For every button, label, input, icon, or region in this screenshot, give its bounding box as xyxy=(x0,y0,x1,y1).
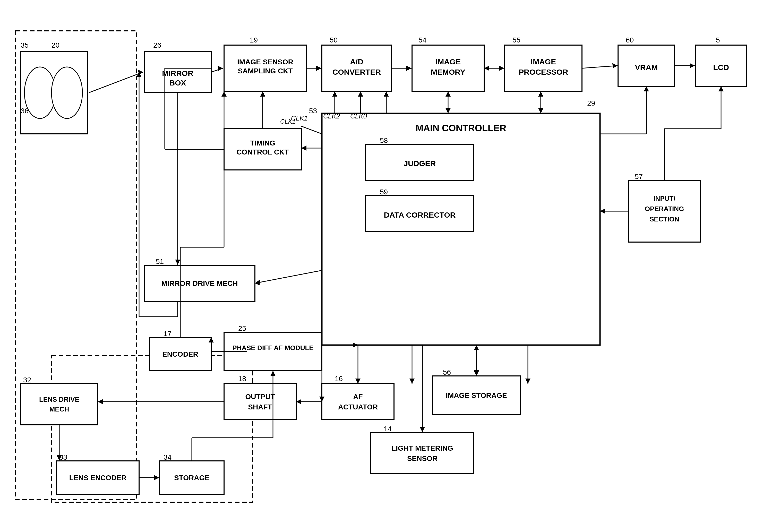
svg-text:INPUT/: INPUT/ xyxy=(653,195,675,202)
svg-text:IMAGE: IMAGE xyxy=(435,57,461,66)
svg-marker-151 xyxy=(154,475,159,480)
svg-text:PROCESSOR: PROCESSOR xyxy=(519,68,568,76)
svg-text:25: 25 xyxy=(238,324,246,332)
svg-text:34: 34 xyxy=(164,453,172,461)
svg-marker-111 xyxy=(538,91,543,97)
svg-marker-96 xyxy=(406,66,412,71)
svg-text:CLK1: CLK1 xyxy=(280,118,296,125)
svg-marker-101 xyxy=(612,63,618,68)
svg-marker-161 xyxy=(600,209,605,214)
svg-marker-126 xyxy=(255,279,260,285)
svg-text:36: 36 xyxy=(21,107,29,115)
svg-marker-116 xyxy=(358,91,363,97)
svg-line-125 xyxy=(255,270,322,283)
svg-text:LENS DRIVE: LENS DRIVE xyxy=(39,396,79,403)
svg-marker-179 xyxy=(384,91,389,97)
svg-marker-124 xyxy=(260,91,265,97)
svg-text:CONTROL CKT: CONTROL CKT xyxy=(236,148,289,156)
svg-text:26: 26 xyxy=(153,41,161,49)
svg-marker-171 xyxy=(525,379,530,384)
svg-text:35: 35 xyxy=(21,41,29,49)
svg-text:50: 50 xyxy=(330,36,338,44)
svg-marker-108 xyxy=(446,91,451,97)
svg-text:32: 32 xyxy=(23,376,31,384)
svg-text:OPERATING: OPERATING xyxy=(645,205,684,213)
svg-marker-138 xyxy=(296,399,301,404)
svg-text:SENSOR: SENSOR xyxy=(407,454,438,462)
svg-text:59: 59 xyxy=(380,188,388,196)
svg-text:IMAGE STORAGE: IMAGE STORAGE xyxy=(446,391,507,399)
svg-marker-103 xyxy=(690,63,695,68)
diagram-svg: MIRROR BOX IMAGE SENSOR SAMPLING CKT A/D… xyxy=(0,0,771,532)
svg-line-100 xyxy=(582,66,618,68)
svg-marker-175 xyxy=(474,371,479,376)
svg-text:LCD: LCD xyxy=(713,63,729,72)
svg-text:LIGHT METERING: LIGHT METERING xyxy=(391,444,453,452)
svg-point-3 xyxy=(24,67,55,118)
svg-marker-94 xyxy=(316,66,321,71)
svg-text:58: 58 xyxy=(380,136,388,144)
svg-text:60: 60 xyxy=(626,36,634,44)
svg-text:BOX: BOX xyxy=(169,79,186,87)
svg-text:AF: AF xyxy=(353,393,363,401)
svg-marker-147 xyxy=(221,91,227,97)
svg-marker-174 xyxy=(474,345,479,350)
svg-text:DATA CORRECTOR: DATA CORRECTOR xyxy=(384,211,456,219)
svg-marker-99 xyxy=(484,66,489,71)
svg-text:OUTPUT: OUTPUT xyxy=(245,393,275,401)
svg-text:55: 55 xyxy=(512,36,520,44)
svg-marker-169 xyxy=(409,379,415,384)
svg-text:CLK0: CLK0 xyxy=(350,112,367,120)
svg-marker-92 xyxy=(218,66,223,71)
svg-text:CLK2: CLK2 xyxy=(323,112,340,120)
svg-marker-112 xyxy=(538,108,543,113)
svg-line-89 xyxy=(89,72,143,93)
svg-text:20: 20 xyxy=(52,41,59,49)
svg-marker-98 xyxy=(499,66,504,71)
svg-marker-140 xyxy=(98,399,103,404)
svg-marker-109 xyxy=(446,108,451,113)
svg-text:LENS ENCODER: LENS ENCODER xyxy=(69,474,126,482)
svg-marker-114 xyxy=(332,91,337,97)
svg-text:MIRROR DRIVE MECH: MIRROR DRIVE MECH xyxy=(161,279,238,287)
svg-marker-155 xyxy=(270,371,276,376)
svg-text:ACTUATOR: ACTUATOR xyxy=(338,403,378,411)
svg-marker-167 xyxy=(355,379,361,384)
svg-text:MECH: MECH xyxy=(49,405,69,413)
svg-rect-39 xyxy=(322,384,394,420)
svg-text:MAIN CONTROLLER: MAIN CONTROLLER xyxy=(416,123,506,133)
svg-text:VRAM: VRAM xyxy=(635,63,658,72)
svg-marker-122 xyxy=(301,145,306,151)
svg-rect-45 xyxy=(21,384,98,425)
svg-text:5: 5 xyxy=(716,36,720,44)
svg-text:17: 17 xyxy=(164,330,172,338)
svg-text:29: 29 xyxy=(587,99,595,107)
svg-text:54: 54 xyxy=(418,36,426,44)
svg-text:14: 14 xyxy=(384,425,392,433)
svg-text:MIRROR: MIRROR xyxy=(162,69,193,78)
svg-text:SHAFT: SHAFT xyxy=(248,403,272,411)
svg-text:IMAGE: IMAGE xyxy=(531,57,556,66)
svg-text:16: 16 xyxy=(335,375,343,383)
svg-text:SAMPLING CKT: SAMPLING CKT xyxy=(238,67,293,75)
svg-rect-54 xyxy=(371,433,474,474)
svg-rect-42 xyxy=(224,384,296,420)
svg-text:PHASE DIFF AF MODULE: PHASE DIFF AF MODULE xyxy=(232,344,313,352)
svg-text:18: 18 xyxy=(238,375,246,383)
svg-marker-165 xyxy=(718,86,724,91)
svg-text:TIMING: TIMING xyxy=(250,139,275,147)
svg-marker-106 xyxy=(644,86,649,91)
svg-text:53: 53 xyxy=(309,107,317,115)
svg-text:ENCODER: ENCODER xyxy=(162,350,198,358)
svg-text:JUDGER: JUDGER xyxy=(404,159,436,168)
svg-text:MEMORY: MEMORY xyxy=(431,68,465,76)
svg-text:STORAGE: STORAGE xyxy=(174,474,210,482)
svg-text:56: 56 xyxy=(443,368,451,376)
svg-text:A/D: A/D xyxy=(350,57,363,66)
diagram-container: MIRROR BOX IMAGE SENSOR SAMPLING CKT A/D… xyxy=(0,0,771,532)
svg-text:51: 51 xyxy=(156,258,164,265)
svg-text:57: 57 xyxy=(635,173,643,181)
svg-text:SECTION: SECTION xyxy=(649,215,679,223)
svg-marker-128 xyxy=(175,260,180,265)
svg-text:19: 19 xyxy=(250,36,258,44)
